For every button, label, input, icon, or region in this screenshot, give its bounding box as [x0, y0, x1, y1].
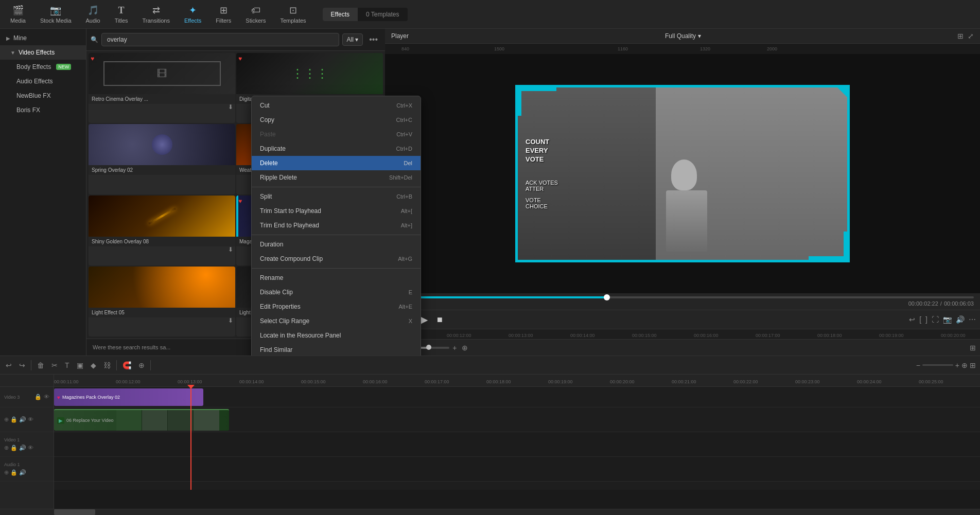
ctx-disable-clip[interactable]: Disable Clip E	[252, 285, 421, 299]
timeline-tracks-scroll[interactable]: 00:00:11:0000:00:12:0000:00:13:0000:00:1…	[54, 375, 980, 509]
nav-filters[interactable]: ⊞ Filters	[209, 2, 237, 27]
grid-view-icon[interactable]: ⊞	[970, 344, 976, 352]
v2-audio-icon[interactable]: 🔊	[19, 416, 26, 423]
effect-spring[interactable]: Spring Overlay 02	[89, 124, 235, 194]
add-track-tl[interactable]: ⊕	[961, 361, 968, 369]
volume-icon[interactable]: 🔊	[956, 315, 965, 324]
tab-templates[interactable]: 0 Templates	[358, 8, 407, 21]
track-row-video1	[54, 432, 980, 457]
progress-thumb[interactable]	[604, 294, 610, 300]
effect-golden[interactable]: ⬇ Shiny Golden Overlay 08	[89, 196, 235, 265]
ctx-duplicate[interactable]: Duplicate Ctrl+D	[252, 141, 421, 156]
panel-item-mine[interactable]: ▶ Mine	[0, 31, 86, 45]
snapshot-icon[interactable]: 📷	[943, 315, 952, 324]
ctx-select-clip-range[interactable]: Select Clip Range X	[252, 314, 421, 328]
clip-start-icon[interactable]: [	[919, 315, 921, 324]
ctx-cut[interactable]: Cut Ctrl+X	[252, 98, 421, 113]
ctx-edit-properties[interactable]: Edit Properties Alt+E	[252, 299, 421, 314]
horizontal-scrollbar[interactable]	[0, 509, 980, 515]
effect-download-5[interactable]: ⬇	[228, 246, 233, 253]
panel-item-body-effects[interactable]: Body Effects NEW	[0, 60, 86, 74]
nav-stickers[interactable]: 🏷 Stickers	[239, 2, 272, 27]
panel-item-audio-effects[interactable]: Audio Effects	[0, 74, 86, 88]
nav-audio[interactable]: 🎵 Audio	[80, 2, 107, 27]
zoom-out-tl[interactable]: −	[916, 361, 920, 369]
ruler-tick-0: 00:00:11:00	[54, 379, 79, 384]
a1-add-icon[interactable]: ⊕	[4, 469, 9, 476]
zoom-in-icon[interactable]: +	[452, 344, 457, 352]
ctx-trim-start[interactable]: Trim Start to Playhead Alt+[	[252, 204, 421, 218]
v3-eye-icon[interactable]: 👁	[44, 394, 49, 400]
nav-effects[interactable]: ✦ Effects	[178, 2, 207, 27]
ctx-create-compound[interactable]: Create Compound Clip Alt+G	[252, 252, 421, 266]
scrollbar-thumb[interactable]	[54, 509, 95, 515]
ctx-rename[interactable]: Rename	[252, 271, 421, 285]
cut-tl-button[interactable]: ✂	[50, 360, 59, 371]
add-track-icon[interactable]: ⊕	[462, 344, 468, 352]
clip-magazine-pack[interactable]: ♥ Magazines Pack Overlay 02	[54, 388, 203, 406]
crop-button[interactable]: ▣	[75, 360, 85, 371]
tab-effects[interactable]: Effects	[323, 8, 358, 21]
tl-zoom-slider[interactable]	[922, 364, 953, 366]
progress-bar[interactable]	[391, 296, 974, 298]
effect-light[interactable]: ⬇ Light Effect 05	[89, 267, 235, 336]
magnet-tl-button[interactable]: 🧲	[121, 360, 133, 371]
effect-download-1[interactable]: ⬇	[228, 103, 233, 111]
v2-eye-icon[interactable]: 👁	[28, 416, 33, 423]
search-input[interactable]	[101, 33, 339, 46]
redo-button[interactable]: ↪	[18, 360, 27, 371]
link-button[interactable]: ⛓	[102, 360, 112, 371]
stop-button[interactable]: ⏹	[436, 315, 443, 324]
filter-dropdown[interactable]: All ▾	[342, 33, 363, 46]
effect-fav-6: ♥	[238, 198, 242, 205]
zoom-thumb[interactable]	[426, 345, 431, 350]
ctx-duration[interactable]: Duration	[252, 237, 421, 252]
clip-end-icon[interactable]: ]	[925, 315, 927, 324]
effect-retro-cinema[interactable]: 🎞 ♥ ⬇ Retro Cinema Overlay ...	[89, 53, 235, 123]
effect-download-7[interactable]: ⬇	[228, 317, 233, 324]
expand-icon[interactable]: ⤢	[968, 32, 974, 40]
panel-item-video-effects[interactable]: ▼ Video Effects	[0, 45, 86, 60]
panel-item-boris-fx[interactable]: Boris FX	[0, 103, 86, 117]
current-time: 00:00:02:22	[908, 300, 938, 307]
a1-audio-icon[interactable]: 🔊	[19, 469, 26, 476]
fullscreen-icon[interactable]: ⛶	[932, 315, 939, 324]
loop-icon[interactable]: ↩	[909, 315, 915, 324]
v1-audio-icon[interactable]: 🔊	[19, 445, 26, 451]
snap-button[interactable]: ⊕	[137, 360, 146, 371]
ctx-copy[interactable]: Copy Ctrl+C	[252, 113, 421, 127]
nav-stock-media[interactable]: 📷 Stock Media	[34, 2, 78, 27]
v1-add-icon[interactable]: ⊕	[4, 445, 9, 451]
effect-thumb-1: 🎞	[89, 53, 235, 94]
settings-icon[interactable]: ⋯	[969, 315, 976, 324]
clip-replace-video[interactable]: ▶ 06 Replace Your Video	[54, 409, 229, 431]
delete-tl-button[interactable]: 🗑	[36, 360, 46, 371]
grid-icon[interactable]: ⊞	[957, 32, 964, 40]
panel-item-newblue-fx[interactable]: NewBlue FX	[0, 88, 86, 103]
v1-eye-icon[interactable]: 👁	[28, 445, 33, 451]
quality-selector[interactable]: Full Quality ▾	[665, 32, 701, 40]
search-more-button[interactable]: •••	[366, 34, 381, 45]
text-tl-button[interactable]: T	[63, 360, 71, 371]
nav-transitions[interactable]: ⇄ Transitions	[136, 2, 176, 27]
ctx-trim-end[interactable]: Trim End to Playhead Alt+]	[252, 218, 421, 233]
zoom-in-tl[interactable]: +	[955, 361, 959, 369]
ctx-delete[interactable]: Delete Del	[252, 156, 421, 170]
nav-media[interactable]: 🎬 Media	[4, 2, 32, 27]
v2-add-icon[interactable]: ⊕	[4, 416, 9, 423]
ctx-locate-resource[interactable]: Locate in the Resource Panel	[252, 328, 421, 343]
nav-templates[interactable]: ⊡ Templates	[274, 2, 312, 27]
stickers-icon: 🏷	[251, 5, 260, 16]
grid-tl[interactable]: ⊞	[970, 361, 976, 369]
nav-titles[interactable]: T Titles	[109, 2, 134, 27]
keyframe-button[interactable]: ◆	[89, 360, 98, 371]
a1-lock-icon[interactable]: 🔒	[10, 469, 18, 476]
v1-lock-icon[interactable]: 🔒	[10, 445, 18, 451]
ruler-tick-14: 00:00:25:00	[919, 379, 943, 384]
ctx-ripple-delete[interactable]: Ripple Delete Shift+Del	[252, 170, 421, 185]
undo-button[interactable]: ↩	[4, 360, 13, 371]
v3-lock-icon[interactable]: 🔒	[34, 394, 42, 400]
ctx-find-similar[interactable]: Find Similar	[252, 343, 421, 356]
ctx-split[interactable]: Split Ctrl+B	[252, 189, 421, 204]
v2-lock-icon[interactable]: 🔒	[10, 416, 18, 423]
